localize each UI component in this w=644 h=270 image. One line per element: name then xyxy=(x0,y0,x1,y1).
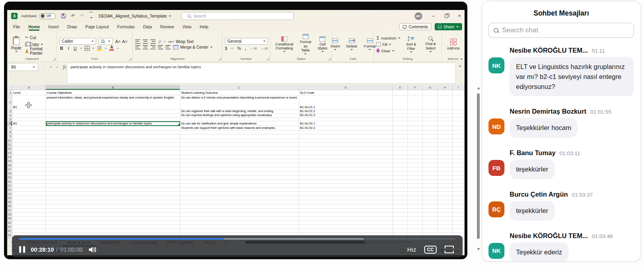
grid-cell[interactable] xyxy=(299,225,393,229)
italic-button[interactable]: I xyxy=(66,46,71,51)
grid-cell[interactable] xyxy=(408,151,423,155)
row-header-9[interactable]: 9 xyxy=(7,134,12,138)
grid-cell[interactable] xyxy=(46,110,180,114)
grid-cell[interactable] xyxy=(299,118,393,121)
grid-cell[interactable] xyxy=(423,184,438,188)
grid-cell[interactable] xyxy=(423,213,438,217)
row-header-4[interactable]: 4 xyxy=(7,114,12,118)
grid-cell[interactable] xyxy=(438,221,453,225)
grid-cell[interactable] xyxy=(453,200,465,204)
column-header-g[interactable]: G xyxy=(423,85,438,90)
grid-cell[interactable] xyxy=(46,184,180,188)
grid-cell[interactable] xyxy=(438,163,453,167)
grid-cell[interactable] xyxy=(423,139,438,143)
grid-cell[interactable] xyxy=(393,184,408,188)
grid-cell[interactable] xyxy=(46,159,180,163)
menu-tab-home[interactable]: Home xyxy=(28,23,40,31)
grid-cell[interactable] xyxy=(299,209,393,213)
clear-button[interactable]: Clear xyxy=(376,48,400,53)
seek-bar[interactable] xyxy=(19,238,455,240)
grid-cell[interactable] xyxy=(438,184,453,188)
playback-speed-button[interactable]: Hız xyxy=(407,246,416,253)
comments-button[interactable]: Comments xyxy=(399,23,431,30)
grid-cell[interactable] xyxy=(408,188,423,192)
row-header-13[interactable]: 13 xyxy=(7,151,12,155)
message-bubble[interactable]: Teşekkürler hocam xyxy=(510,118,577,138)
grid-cell[interactable] xyxy=(453,204,465,208)
grid-cell[interactable] xyxy=(46,180,180,184)
grid-cell[interactable] xyxy=(12,143,46,147)
grid-cell[interactable] xyxy=(180,204,299,208)
grid-cell[interactable] xyxy=(46,196,180,200)
grid-cell[interactable] xyxy=(46,200,180,204)
grid-cell[interactable] xyxy=(453,209,465,213)
grid-cell[interactable] xyxy=(408,204,423,208)
underline-menu-icon[interactable] xyxy=(80,48,82,49)
grid-cell[interactable] xyxy=(438,143,453,147)
video-player[interactable]: X AutoSave Off ↶ ↷ DEDAK_Aligned_Syllabu… xyxy=(4,2,467,259)
grid-cell[interactable] xyxy=(180,171,299,175)
formula-bar-collapse-icon[interactable] xyxy=(459,65,461,67)
grid-cell[interactable] xyxy=(423,90,438,95)
grid-cell[interactable] xyxy=(438,147,453,151)
grid-cell[interactable] xyxy=(438,213,453,217)
grid-cell[interactable] xyxy=(408,155,423,159)
grid-cell[interactable] xyxy=(408,159,423,163)
grid-cell[interactable] xyxy=(12,180,46,184)
grid-cell[interactable]: Student Learning Outcome xyxy=(180,90,299,95)
column-header-c[interactable]: C xyxy=(180,85,299,90)
grid-cell[interactable] xyxy=(12,163,46,167)
grid-cell[interactable] xyxy=(408,168,423,171)
grid-cell[interactable] xyxy=(180,213,299,217)
grid-cell[interactable] xyxy=(408,200,423,204)
grid-cell[interactable] xyxy=(453,118,465,121)
grid-cell[interactable] xyxy=(408,139,423,143)
grid-cell[interactable] xyxy=(180,200,299,204)
autosave-toggle[interactable]: Off xyxy=(39,13,56,19)
grid-cell[interactable] xyxy=(180,221,299,225)
grid-cell[interactable] xyxy=(453,130,465,134)
grid-cell[interactable] xyxy=(438,134,453,138)
grid-cell[interactable] xyxy=(423,229,438,233)
grid-cell[interactable] xyxy=(408,221,423,225)
grid-cell[interactable]: B1-SLO2.2 xyxy=(299,126,393,130)
row-header-21[interactable]: 21 xyxy=(7,184,12,188)
grid-cell[interactable] xyxy=(438,159,453,163)
grid-cell[interactable] xyxy=(12,209,46,213)
close-button[interactable]: × xyxy=(457,13,462,19)
grid-cell[interactable] xyxy=(299,130,393,134)
grid-cell[interactable] xyxy=(423,110,438,114)
menu-tab-review[interactable]: Review xyxy=(160,23,174,31)
row-header-2[interactable]: 2 xyxy=(7,95,12,110)
find-select-button[interactable]: Find & Select xyxy=(422,36,439,52)
conditional-formatting-button[interactable]: Conditional Formatting xyxy=(273,36,296,53)
menu-tab-page-layout[interactable]: Page Layout xyxy=(85,23,109,31)
name-box[interactable]: B6 xyxy=(8,63,38,71)
grid-cell[interactable] xyxy=(438,130,453,134)
menu-tab-view[interactable]: View xyxy=(182,23,192,31)
grid-cell[interactable] xyxy=(393,229,408,233)
decrease-decimal-button[interactable]: →.00 xyxy=(261,47,268,50)
grid-cell[interactable] xyxy=(453,221,465,225)
column-header-f[interactable]: F xyxy=(408,85,423,90)
fullscreen-button[interactable] xyxy=(445,246,452,253)
grid-cell[interactable] xyxy=(393,213,408,217)
grid-cell[interactable] xyxy=(453,196,465,200)
grid-cell[interactable] xyxy=(393,188,408,192)
grid-cell[interactable] xyxy=(12,118,46,121)
undo-icon[interactable]: ↶ xyxy=(71,13,75,19)
cancel-entry-icon[interactable]: × xyxy=(49,65,52,69)
grid-cell[interactable] xyxy=(46,114,180,118)
grid-cell[interactable]: B1-SLO1.1 xyxy=(299,95,393,110)
grid-cell[interactable] xyxy=(393,163,408,167)
grid-cell[interactable] xyxy=(393,118,408,121)
grid-cell[interactable] xyxy=(393,217,408,221)
grid-cell[interactable] xyxy=(408,147,423,151)
grid-cell[interactable] xyxy=(299,213,393,217)
grid-cell[interactable] xyxy=(423,180,438,184)
grid-cell[interactable] xyxy=(180,225,299,229)
grid-cell[interactable]: Students can support their opinions with… xyxy=(180,126,299,130)
percent-button[interactable]: % xyxy=(237,46,241,51)
underline-button[interactable]: U xyxy=(73,46,77,51)
row-header-1[interactable]: 1 xyxy=(7,90,12,95)
